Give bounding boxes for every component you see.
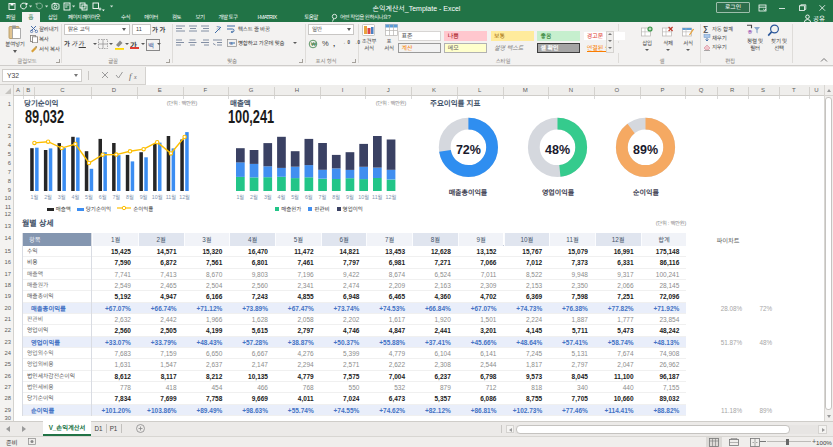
svg-text:8월: 8월 [332, 194, 340, 200]
svg-text:2월: 2월 [250, 194, 258, 200]
svg-text:10월: 10월 [358, 194, 369, 200]
svg-text:9월: 9월 [140, 194, 148, 200]
svg-text:11월: 11월 [166, 194, 176, 200]
svg-text:11월: 11월 [372, 194, 382, 200]
svg-text:7월: 7월 [112, 194, 120, 200]
svg-text:가: 가 [216, 25, 221, 31]
svg-text:3월: 3월 [264, 194, 272, 200]
svg-text:89%: 89% [633, 143, 658, 157]
svg-text:4월: 4월 [277, 194, 285, 200]
svg-text:6월: 6월 [305, 194, 313, 200]
svg-text:2월: 2월 [44, 194, 52, 200]
svg-text:5월: 5월 [291, 194, 299, 200]
svg-text:4월: 4월 [71, 194, 79, 200]
svg-text:1월: 1월 [236, 194, 244, 200]
svg-text:5월: 5월 [85, 194, 93, 200]
svg-text:12월: 12월 [179, 194, 190, 200]
svg-text:7월: 7월 [319, 194, 327, 200]
svg-text:12월: 12월 [386, 194, 397, 200]
svg-text:8월: 8월 [126, 194, 134, 200]
svg-text:3월: 3월 [58, 194, 66, 200]
svg-text:6월: 6월 [99, 194, 107, 200]
svg-text:₩: ₩ [311, 41, 317, 47]
svg-text:72%: 72% [456, 143, 481, 157]
svg-text:1월: 1월 [30, 194, 38, 200]
svg-text:x: x [133, 74, 137, 80]
svg-text:ㅎ: ㅎ [747, 29, 753, 35]
svg-text:9월: 9월 [346, 194, 354, 200]
svg-text:48%: 48% [545, 143, 570, 157]
svg-text:10월: 10월 [152, 194, 163, 200]
svg-text:f: f [129, 71, 133, 81]
